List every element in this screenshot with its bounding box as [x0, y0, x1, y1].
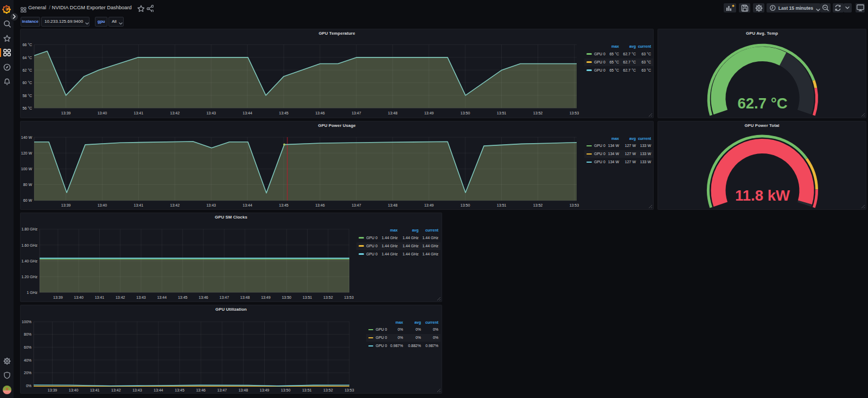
svg-text:13:47: 13:47	[220, 296, 229, 299]
svg-text:13:44: 13:44	[242, 203, 252, 207]
svg-text:56 °C: 56 °C	[22, 106, 32, 110]
svg-text:58 °C: 58 °C	[22, 94, 32, 98]
svg-text:13:39: 13:39	[53, 296, 63, 299]
svg-text:13:51: 13:51	[497, 203, 507, 207]
svg-text:60 W: 60 W	[23, 198, 33, 202]
svg-text:13:48: 13:48	[388, 111, 398, 115]
svg-text:13:50: 13:50	[461, 111, 470, 115]
svg-text:66 °C: 66 °C	[22, 43, 32, 47]
svg-text:13:49: 13:49	[424, 203, 434, 207]
svg-text:13:47: 13:47	[352, 111, 361, 115]
svg-text:13:45: 13:45	[279, 111, 289, 115]
svg-text:13:51: 13:51	[497, 111, 507, 115]
svg-text:13:41: 13:41	[134, 203, 144, 207]
svg-text:62 °C: 62 °C	[22, 68, 32, 72]
svg-text:13:49: 13:49	[261, 296, 271, 299]
svg-text:13:39: 13:39	[61, 111, 71, 115]
svg-text:13:50: 13:50	[282, 296, 291, 299]
svg-text:1.40 GHz: 1.40 GHz	[21, 259, 37, 263]
svg-text:13:46: 13:46	[315, 111, 325, 115]
svg-text:13:43: 13:43	[206, 111, 216, 115]
svg-text:13:40: 13:40	[98, 203, 107, 207]
svg-text:13:53: 13:53	[344, 296, 354, 299]
svg-text:60%: 60%	[24, 345, 31, 349]
svg-text:13:53: 13:53	[570, 203, 579, 207]
svg-text:13:39: 13:39	[61, 203, 71, 207]
svg-text:13:48: 13:48	[239, 388, 248, 392]
svg-text:13:45: 13:45	[178, 296, 188, 299]
svg-text:13:42: 13:42	[111, 388, 121, 392]
svg-text:1.20 GHz: 1.20 GHz	[21, 275, 37, 279]
svg-text:100%: 100%	[22, 319, 31, 323]
svg-text:13:46: 13:46	[199, 296, 208, 299]
svg-text:13:50: 13:50	[461, 203, 470, 207]
svg-text:13:51: 13:51	[303, 296, 312, 299]
svg-text:13:53: 13:53	[570, 111, 579, 115]
svg-text:13:41: 13:41	[90, 388, 100, 392]
svg-text:62.7 °C: 62.7 °C	[737, 95, 787, 112]
svg-text:13:46: 13:46	[196, 388, 206, 392]
svg-text:13:42: 13:42	[116, 296, 125, 299]
svg-text:13:43: 13:43	[136, 296, 146, 299]
svg-text:100 W: 100 W	[21, 167, 33, 171]
svg-text:13:48: 13:48	[240, 296, 250, 299]
svg-text:60 °C: 60 °C	[22, 81, 32, 85]
svg-text:64 °C: 64 °C	[22, 56, 32, 60]
svg-text:13:46: 13:46	[315, 203, 325, 207]
svg-text:13:40: 13:40	[74, 296, 84, 299]
svg-text:13:45: 13:45	[279, 203, 289, 207]
svg-text:13:50: 13:50	[281, 388, 291, 392]
svg-text:13:52: 13:52	[533, 111, 543, 115]
svg-text:20%: 20%	[24, 371, 31, 375]
svg-text:13:45: 13:45	[175, 388, 184, 392]
svg-text:40%: 40%	[24, 358, 31, 362]
svg-text:13:53: 13:53	[344, 388, 354, 392]
svg-text:13:49: 13:49	[260, 388, 270, 392]
svg-text:1.60 GHz: 1.60 GHz	[21, 243, 37, 247]
svg-text:1.80 GHz: 1.80 GHz	[21, 227, 37, 231]
svg-text:0%: 0%	[26, 383, 31, 387]
svg-text:13:42: 13:42	[170, 111, 180, 115]
svg-text:13:52: 13:52	[323, 296, 333, 299]
svg-text:13:47: 13:47	[218, 388, 227, 392]
svg-text:80 W: 80 W	[23, 183, 33, 187]
svg-text:13:52: 13:52	[533, 203, 543, 207]
svg-text:13:44: 13:44	[157, 296, 167, 299]
svg-text:13:42: 13:42	[170, 203, 180, 207]
svg-text:13:43: 13:43	[132, 388, 142, 392]
svg-text:13:47: 13:47	[352, 203, 361, 207]
svg-text:140 W: 140 W	[21, 135, 33, 139]
svg-text:13:40: 13:40	[98, 111, 107, 115]
svg-text:13:39: 13:39	[48, 388, 58, 392]
svg-text:80%: 80%	[24, 332, 31, 336]
svg-text:1 GHz: 1 GHz	[27, 291, 37, 294]
svg-text:13:49: 13:49	[424, 111, 434, 115]
svg-text:13:40: 13:40	[69, 388, 79, 392]
svg-text:13:48: 13:48	[388, 203, 398, 207]
svg-text:13:44: 13:44	[154, 388, 163, 392]
svg-text:13:41: 13:41	[95, 296, 105, 299]
svg-text:13:51: 13:51	[302, 388, 312, 392]
svg-text:11.8 kW: 11.8 kW	[735, 187, 790, 204]
svg-text:120 W: 120 W	[21, 151, 33, 155]
svg-text:13:41: 13:41	[134, 111, 144, 115]
svg-text:13:44: 13:44	[242, 111, 252, 115]
svg-text:13:43: 13:43	[206, 203, 216, 207]
svg-text:13:52: 13:52	[323, 388, 333, 392]
